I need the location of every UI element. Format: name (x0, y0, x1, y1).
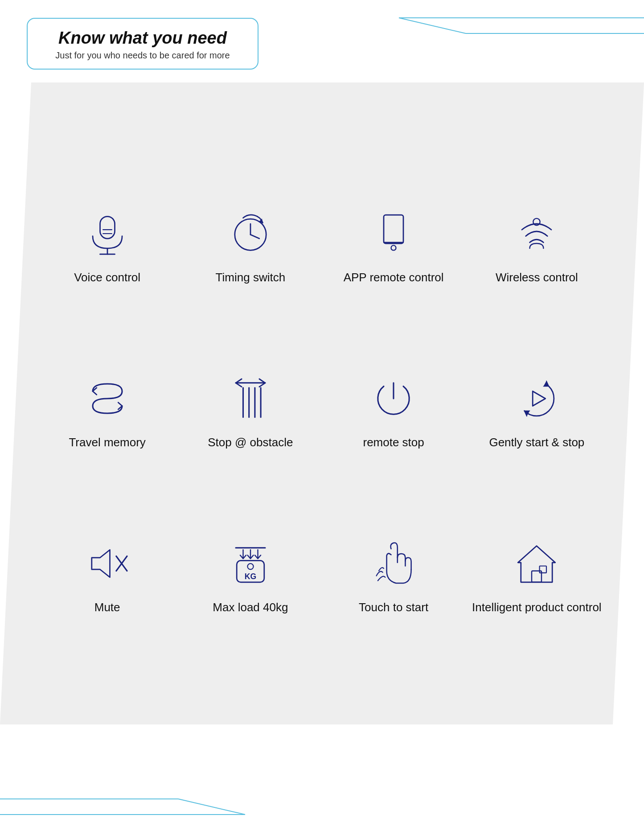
wireless-control-icon (510, 207, 563, 260)
svg-point-27 (247, 564, 253, 569)
svg-rect-8 (384, 215, 403, 243)
gently-start-stop-label: Gently start & stop (489, 435, 584, 450)
feature-remote-stop: remote stop (322, 299, 465, 464)
svg-text:KG: KG (245, 572, 256, 581)
svg-rect-31 (540, 566, 546, 573)
timing-switch-label: Timing switch (216, 270, 286, 285)
max-load-icon: KG (224, 537, 277, 590)
feature-intelligent-control: Intelligent product control (465, 464, 608, 629)
svg-line-7 (250, 235, 259, 239)
travel-memory-icon (81, 372, 134, 425)
wireless-control-label: Wireless control (496, 270, 578, 285)
mute-icon (81, 537, 134, 590)
header-title: Know what you need (41, 29, 244, 48)
remote-stop-icon (367, 372, 420, 425)
touch-start-icon (367, 537, 420, 590)
feature-wireless-control: Wireless control (465, 134, 608, 299)
svg-marker-29 (518, 546, 556, 582)
svg-rect-0 (100, 217, 115, 239)
touch-start-label: Touch to start (359, 600, 428, 615)
svg-point-9 (391, 246, 396, 251)
max-load-label: Max load 40kg (213, 600, 288, 615)
intelligent-control-icon (510, 537, 563, 590)
app-remote-icon (367, 207, 420, 260)
timing-switch-icon (224, 207, 277, 260)
feature-max-load: KG Max load 40kg (179, 464, 322, 629)
stop-obstacle-icon (224, 372, 277, 425)
mute-label: Mute (94, 600, 120, 615)
voice-control-label: Voice control (74, 270, 140, 285)
features-grid: Voice control Timing switch (0, 116, 644, 646)
app-remote-label: APP remote control (344, 270, 444, 285)
remote-stop-label: remote stop (363, 435, 424, 450)
feature-stop-obstacle: Stop @ obstacle (179, 299, 322, 464)
feature-voice-control: Voice control (36, 134, 179, 299)
header-box: Know what you need Just for you who need… (27, 18, 258, 70)
svg-marker-19 (91, 550, 110, 577)
feature-touch-start: Touch to start (322, 464, 465, 629)
voice-control-icon (81, 207, 134, 260)
intelligent-control-label: Intelligent product control (472, 600, 602, 615)
header-subtitle: Just for you who needs to be cared for m… (41, 50, 244, 61)
feature-gently-start-stop: Gently start & stop (465, 299, 608, 464)
feature-app-remote: APP remote control (322, 134, 465, 299)
feature-travel-memory: Travel memory (36, 299, 179, 464)
travel-memory-label: Travel memory (69, 435, 145, 450)
stop-obstacle-label: Stop @ obstacle (208, 435, 293, 450)
feature-mute: Mute (36, 464, 179, 629)
feature-timing-switch: Timing switch (179, 134, 322, 299)
svg-marker-18 (533, 391, 546, 406)
gently-start-stop-icon (510, 372, 563, 425)
